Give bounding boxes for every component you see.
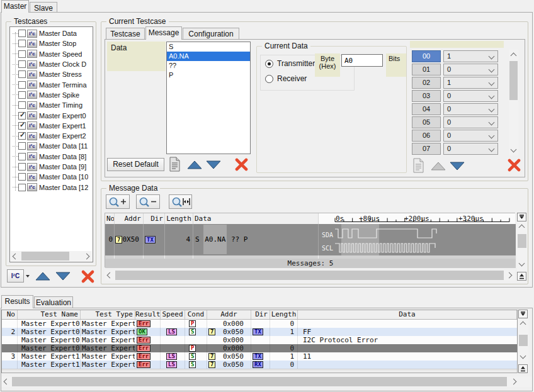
- testcase-item[interactable]: I²cMaster Data [11: [11, 141, 92, 151]
- bits-document-icon[interactable]: [412, 158, 425, 174]
- results-hscroll-thumb[interactable]: [12, 377, 507, 386]
- results-vscroll-thumb[interactable]: [519, 335, 528, 346]
- scroll-left-icon[interactable]: [4, 379, 10, 385]
- data-delete-button[interactable]: [233, 156, 250, 173]
- testcase-item[interactable]: I²cMaster Data: [11, 28, 92, 38]
- bits-vscrollbar[interactable]: [509, 50, 518, 155]
- testcase-item[interactable]: I²cMaster Data [12: [11, 182, 92, 192]
- bits-delete-button[interactable]: [506, 157, 523, 174]
- tab-testcase[interactable]: Testcase: [106, 28, 145, 39]
- testcase-item[interactable]: I²cMaster Data [8]: [11, 152, 92, 162]
- testcase-checkbox[interactable]: [18, 30, 26, 37]
- bit-value-dropdown[interactable]: 0: [443, 64, 498, 76]
- data-move-up-button[interactable]: [186, 160, 203, 170]
- testcase-checkbox[interactable]: ✓: [18, 132, 26, 140]
- testcase-checkbox[interactable]: [18, 101, 26, 109]
- data-list-item[interactable]: ??: [167, 61, 250, 70]
- testcase-item[interactable]: ✓I²cMaster Expert2: [11, 131, 92, 141]
- message-hscrollbar[interactable]: [105, 270, 515, 281]
- results-row[interactable]: Master Expert0Master ExpertErrP0x0000: [2, 344, 517, 352]
- testcase-item[interactable]: I²cMaster Spike: [11, 90, 92, 100]
- bit-index[interactable]: 06: [412, 130, 441, 142]
- testcase-item[interactable]: ✓I²cMaster Expert0: [11, 110, 92, 120]
- message-hscroll-thumb[interactable]: [115, 271, 504, 280]
- testcase-checkbox[interactable]: [18, 163, 26, 171]
- data-move-down-button[interactable]: [205, 160, 222, 170]
- testcase-checkbox[interactable]: [18, 81, 26, 89]
- data-list-item[interactable]: P: [167, 70, 250, 80]
- results-row[interactable]: Master Expert0Master ExpertErrP0x0000: [2, 320, 517, 328]
- tree-hscrollbar[interactable]: [11, 251, 92, 261]
- delete-testcase-button[interactable]: [79, 268, 96, 285]
- data-listbox[interactable]: SA0.NA??P: [166, 42, 251, 154]
- scroll-down-icon[interactable]: [519, 260, 525, 267]
- scroll-up-icon[interactable]: [511, 53, 517, 59]
- reset-default-button[interactable]: Reset Default: [107, 158, 164, 171]
- testcase-checkbox[interactable]: [18, 70, 26, 78]
- testcase-checkbox[interactable]: ✓: [18, 112, 26, 120]
- testcase-item[interactable]: I²cMaster Data [9]: [11, 162, 92, 172]
- tab-evaluation[interactable]: Evaluation: [34, 296, 73, 308]
- testcase-checkbox[interactable]: [18, 153, 26, 160]
- testcase-checkbox[interactable]: [18, 142, 26, 150]
- scroll-jump-bottom-button[interactable]: [517, 272, 526, 281]
- move-up-button[interactable]: [35, 271, 51, 281]
- testcase-checkbox[interactable]: [18, 60, 26, 68]
- bit-index[interactable]: 01: [412, 64, 441, 76]
- bit-value-dropdown[interactable]: 0: [443, 90, 498, 102]
- testcase-item[interactable]: I²cMaster Stress: [11, 69, 92, 79]
- results-hscrollbar[interactable]: [1, 376, 532, 387]
- scroll-jump-top-button[interactable]: [518, 310, 528, 318]
- bit-index[interactable]: 07: [412, 143, 441, 155]
- tab-configuration[interactable]: Configuration: [183, 28, 239, 39]
- scroll-right-icon[interactable]: [84, 254, 90, 260]
- testcases-tree[interactable]: I²cMaster DataI²cMaster StopI²cMaster Sp…: [9, 26, 93, 262]
- bit-index[interactable]: 05: [412, 116, 441, 128]
- data-list-item[interactable]: A0.NA: [167, 52, 250, 61]
- testcase-item[interactable]: I²cMaster Timing: [11, 100, 92, 110]
- testcase-item[interactable]: ✓I²cMaster Expert1: [11, 121, 92, 131]
- bit-index[interactable]: 00: [412, 50, 441, 62]
- bit-value-dropdown[interactable]: 0: [443, 103, 498, 115]
- data-list-item[interactable]: S: [167, 42, 250, 52]
- wave-zoom-in-button[interactable]: [106, 194, 130, 209]
- results-row[interactable]: Master Expert0Master ExpertErr0x000I2C P…: [2, 336, 517, 344]
- scroll-up-icon[interactable]: [520, 322, 526, 328]
- tree-hscroll-thumb[interactable]: [21, 252, 69, 260]
- scroll-left-icon[interactable]: [107, 272, 113, 279]
- results-vscrollbar[interactable]: [518, 310, 528, 373]
- move-down-button[interactable]: [55, 271, 71, 281]
- scroll-jump-bottom-button[interactable]: [518, 364, 528, 373]
- bits-move-down-button[interactable]: [449, 161, 465, 171]
- radio-transmitter[interactable]: Transmitter: [265, 59, 315, 68]
- bit-value-dropdown[interactable]: 0: [443, 143, 498, 155]
- bit-value-dropdown[interactable]: 1: [443, 50, 498, 62]
- results-row[interactable]: 2Master Expert0Master ExpertOKLSS70x050T…: [2, 328, 517, 336]
- results-row[interactable]: Master Expert1Master ExpertErrLSS70x050R…: [2, 361, 517, 369]
- bit-value-dropdown[interactable]: 0: [443, 130, 498, 142]
- testcase-checkbox[interactable]: [18, 50, 26, 58]
- scroll-right-icon[interactable]: [511, 379, 517, 385]
- bit-index[interactable]: 03: [412, 90, 441, 102]
- scroll-down-icon[interactable]: [511, 147, 517, 153]
- document-icon[interactable]: [168, 157, 181, 172]
- testcase-item[interactable]: I²cMaster Speed: [11, 49, 92, 59]
- testcase-checkbox[interactable]: [18, 91, 26, 99]
- i2c-dropdown-caret[interactable]: [26, 275, 30, 277]
- scroll-jump-top-button[interactable]: [517, 213, 526, 221]
- testcase-checkbox[interactable]: [18, 184, 26, 191]
- message-vscroll-thumb[interactable]: [518, 234, 526, 248]
- scroll-right-icon[interactable]: [506, 272, 513, 279]
- byte-hex-input[interactable]: [341, 54, 383, 67]
- scroll-left-icon[interactable]: [13, 254, 19, 260]
- scroll-up-icon[interactable]: [519, 225, 525, 231]
- i2c-insert-button[interactable]: I²C: [7, 269, 24, 283]
- bits-move-up-button[interactable]: [430, 161, 446, 171]
- bit-index[interactable]: 04: [412, 103, 441, 115]
- radio-receiver[interactable]: Receiver: [265, 74, 307, 83]
- testcase-item[interactable]: I²cMaster Stop: [11, 38, 92, 48]
- results-row[interactable]: 3Master Expert1Master ExpertErrLSS70x050…: [2, 352, 517, 361]
- bit-value-dropdown[interactable]: 0: [443, 116, 498, 128]
- tab-slave[interactable]: Slave: [30, 2, 57, 13]
- tab-results[interactable]: Results: [1, 295, 33, 308]
